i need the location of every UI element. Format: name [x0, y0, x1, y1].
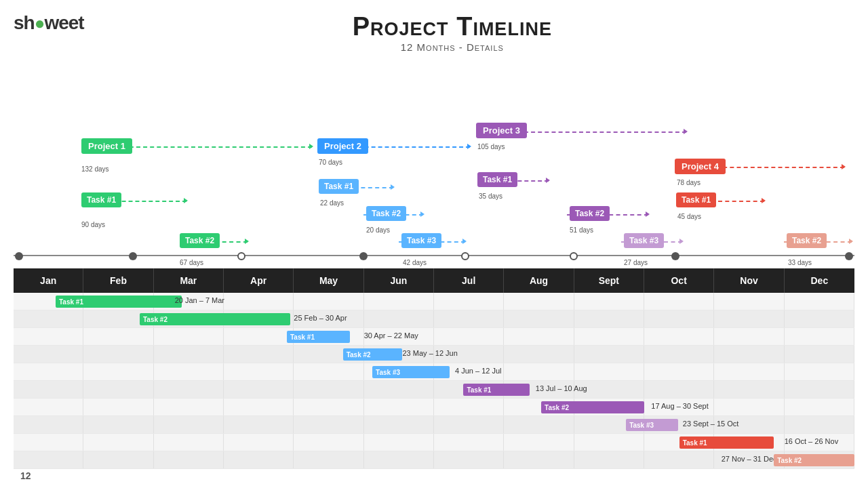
p2-arrow: [467, 144, 471, 149]
month-jun: Jun: [364, 268, 434, 293]
sub-title: 12 Months - Details: [84, 41, 821, 53]
calendar-section: Jan Feb Mar Apr May Jun Jul Aug Sept Oct…: [14, 268, 854, 469]
gantt-upper: Project 1 132 days Task #1 90 days Task …: [14, 58, 854, 268]
logo: sh●weet: [14, 12, 84, 34]
p4-t1-arrow: [762, 198, 766, 203]
p4-days: 78 days: [677, 179, 701, 186]
month-oct: Oct: [644, 268, 714, 293]
month-jan: Jan: [14, 268, 83, 293]
p4-t2-days: 33 days: [788, 259, 812, 266]
p4-task1-box: Task #1: [676, 192, 716, 207]
p1-days: 132 days: [81, 165, 109, 173]
p1-t1-days: 90 days: [81, 221, 105, 228]
p3-t2-days: 51 days: [570, 226, 593, 234]
p2-t2-days: 20 days: [366, 226, 390, 234]
gantt-row-10: 27 Nov – 31 Dec Task #2: [14, 451, 854, 469]
p2-t1-arrow: [391, 184, 395, 190]
p4-t1-days: 45 days: [677, 213, 701, 220]
month-aug: Aug: [504, 268, 574, 293]
gantt-row-7: Task #2 17 Aug – 30 Sept: [14, 399, 854, 416]
main-title: Project Timeline: [84, 12, 821, 41]
project-4-box: Project 4: [675, 159, 726, 174]
timeline-dot-4: [461, 252, 469, 260]
month-mar: Mar: [154, 268, 224, 293]
p4-task2-box: Task #2: [787, 233, 827, 248]
project-3-box: Project 3: [476, 123, 527, 138]
p3-t3-arrow: [679, 239, 684, 244]
gantt-row-5: Task #3 4 Jun – 12 Jul: [14, 363, 854, 381]
gantt-row-4: Task #2 23 May – 12 Jun: [14, 346, 854, 363]
p2-t3-days: 42 days: [403, 259, 427, 266]
timeline-dot-start: [15, 252, 23, 260]
p1-t1-arrow: [184, 198, 188, 203]
timeline-dot-6: [671, 252, 679, 260]
timeline-line: [14, 255, 854, 256]
p2-task2-box: Task #2: [366, 206, 406, 221]
month-nov: Nov: [714, 268, 784, 293]
timeline-dot-1: [129, 252, 137, 260]
project-2-box: Project 2: [317, 138, 368, 154]
p2-days: 70 days: [319, 159, 342, 166]
month-dec: Dec: [785, 268, 854, 293]
p2-t2-arrow: [420, 211, 425, 217]
p2-task3-box: Task #3: [401, 233, 441, 248]
p1-t2-days: 67 days: [180, 259, 203, 266]
p1-task2-box: Task #2: [180, 233, 220, 248]
p2-task1-box: Task #1: [319, 179, 359, 194]
p4-arrow: [842, 164, 846, 169]
p1-arrow: [309, 144, 313, 149]
p3-t2-arrow: [646, 211, 650, 217]
p1-task1-box: Task #1: [81, 192, 121, 207]
month-jul: Jul: [434, 268, 504, 293]
month-apr: Apr: [224, 268, 294, 293]
p2-t3-arrow: [462, 239, 467, 244]
gantt-row-6: Task #1 13 Jul – 10 Aug: [14, 381, 854, 399]
p4-t2-arrow: [849, 239, 853, 244]
month-feb: Feb: [83, 268, 153, 293]
project-1-box: Project 1: [81, 138, 132, 154]
p1-t2-arrow: [245, 239, 249, 244]
timeline-dot-5: [570, 252, 578, 260]
p3-task2-box: Task #2: [570, 206, 610, 221]
timeline-dot-3: [359, 252, 368, 260]
p3-t3-days: 27 days: [624, 259, 648, 266]
header: sh●weet Project Timeline 12 Months - Det…: [0, 0, 868, 53]
p3-days: 105 days: [477, 143, 505, 150]
p2-t1-days: 22 days: [320, 199, 344, 207]
p3-arrow: [684, 129, 688, 134]
gantt-row-8: Task #3 23 Sept – 15 Oct: [14, 416, 854, 434]
page-number: 12: [20, 470, 31, 481]
month-may: May: [294, 268, 363, 293]
p3-task1-box: Task #1: [477, 172, 517, 187]
gantt-row-3: Task #1 30 Apr – 22 May: [14, 328, 854, 346]
gantt-row-1: Task #1 20 Jan – 7 Mar: [14, 293, 854, 310]
p3-t1-days: 35 days: [479, 192, 502, 200]
p3-task3-box: Task #3: [624, 233, 664, 248]
gantt-row-2: Task #2 25 Feb – 30 Apr: [14, 310, 854, 328]
title-block: Project Timeline 12 Months - Details: [84, 12, 848, 53]
p3-t1-arrow: [546, 178, 550, 183]
gantt-row-9: Task #1 16 Oct – 26 Nov: [14, 434, 854, 451]
month-header: Jan Feb Mar Apr May Jun Jul Aug Sept Oct…: [14, 268, 854, 293]
timeline-dot-2: [237, 252, 245, 260]
timeline-dot-end: [845, 252, 853, 260]
gantt-rows: Task #1 20 Jan – 7 Mar Task #2 25 Feb – …: [14, 293, 854, 469]
month-sept: Sept: [574, 268, 644, 293]
